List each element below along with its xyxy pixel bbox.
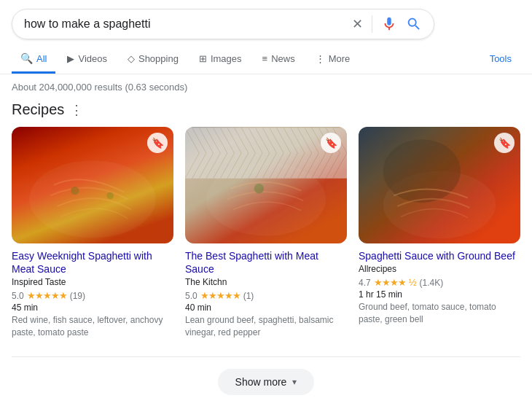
rating-score-1: 5.0: [12, 291, 24, 301]
bookmark-2[interactable]: 🔖: [321, 133, 341, 153]
rating-score-2: 5.0: [185, 291, 197, 301]
svg-point-2: [106, 192, 114, 200]
tab-videos-label: Videos: [78, 53, 107, 64]
search-submit-icon[interactable]: [406, 16, 422, 32]
nav-tabs: 🔍 All ▶ Videos ◇ Shopping ⊞ Images ≡ New…: [0, 39, 532, 74]
tab-all[interactable]: 🔍 All: [12, 45, 55, 74]
recipe-card-2: 🔖 The Best Spaghetti with Meat Sauce The…: [185, 127, 347, 339]
tab-news[interactable]: ≡ News: [254, 46, 304, 74]
recipe-source-2: The Kitchn: [185, 277, 347, 287]
bookmark-1[interactable]: 🔖: [147, 133, 168, 153]
rating-count-1: (19): [70, 291, 85, 301]
images-icon: ⊞: [199, 53, 207, 64]
recipes-header: Recipes ⋮: [12, 101, 520, 118]
shopping-icon: ◇: [128, 53, 135, 64]
show-more-label: Show more: [235, 376, 287, 388]
tab-more-label: More: [329, 53, 351, 64]
tab-shopping-label: Shopping: [138, 53, 179, 64]
recipe-title-3[interactable]: Spaghetti Sauce with Ground Beef: [359, 249, 520, 262]
recipes-section: Recipes ⋮ 🔖: [0, 98, 532, 351]
recipes-menu-icon[interactable]: ⋮: [70, 102, 83, 118]
recipe-image-2: 🔖: [185, 127, 347, 243]
tab-news-label: News: [271, 53, 295, 64]
recipe-title-2[interactable]: The Best Spaghetti with Meat Sauce: [185, 249, 347, 276]
clear-icon[interactable]: ✕: [352, 16, 363, 32]
stars-2: ★★★★★: [200, 290, 240, 301]
tab-images-label: Images: [211, 53, 242, 64]
tab-all-label: All: [36, 53, 47, 64]
rating-count-2: (1): [243, 291, 254, 301]
recipe-rating-1: 5.0 ★★★★★ (19): [12, 290, 173, 301]
rating-score-3: 4.7: [359, 278, 371, 288]
svg-point-7: [383, 139, 461, 203]
recipe-time-3: 1 hr 15 min: [359, 289, 520, 300]
recipes-title: Recipes: [12, 101, 64, 118]
recipe-image-1: 🔖: [12, 127, 173, 243]
stars-1: ★★★★★: [27, 290, 67, 301]
half-star-3: ½: [409, 277, 417, 288]
recipe-ingredients-3: Ground beef, tomato sauce, tomato paste,…: [359, 301, 520, 326]
recipe-card-3: 🔖 Spaghetti Sauce with Ground Beef Allre…: [359, 127, 520, 339]
recipe-time-2: 40 min: [185, 302, 347, 313]
tab-more[interactable]: ⋮ More: [307, 46, 359, 74]
tab-videos[interactable]: ▶ Videos: [58, 46, 116, 74]
recipe-cards: 🔖 Easy Weeknight Spaghetti with Meat Sau…: [12, 127, 520, 339]
svg-point-4: [254, 184, 265, 194]
svg-point-1: [71, 187, 79, 195]
search-input[interactable]: [24, 17, 346, 31]
show-more-container: Show more ▾: [12, 356, 520, 406]
news-icon: ≡: [262, 53, 268, 64]
chevron-down-icon: ▾: [292, 377, 297, 387]
pattern-overlay: [185, 127, 347, 179]
tab-images[interactable]: ⊞ Images: [190, 46, 251, 74]
recipe-ingredients-2: Lean ground beef, spaghetti, balsamic vi…: [185, 314, 347, 339]
all-icon: 🔍: [20, 52, 33, 64]
more-icon: ⋮: [316, 53, 325, 64]
search-bar: ✕: [12, 9, 434, 39]
rating-count-3: (1.4K): [420, 278, 444, 288]
recipe-card-1: 🔖 Easy Weeknight Spaghetti with Meat Sau…: [12, 127, 173, 339]
svg-point-0: [29, 160, 156, 238]
tab-shopping[interactable]: ◇ Shopping: [119, 46, 187, 74]
recipe-source-1: Inspired Taste: [12, 277, 173, 287]
show-more-button[interactable]: Show more ▾: [218, 369, 315, 395]
recipe-rating-2: 5.0 ★★★★★ (1): [185, 290, 347, 301]
videos-icon: ▶: [67, 53, 74, 64]
search-icons: ✕: [352, 15, 422, 33]
microphone-icon[interactable]: [381, 16, 397, 32]
results-info: About 204,000,000 results (0.63 seconds): [0, 74, 532, 98]
recipe-title-1[interactable]: Easy Weeknight Spaghetti with Meat Sauce: [12, 249, 173, 276]
recipe-ingredients-1: Red wine, fish sauce, leftover, anchovy …: [12, 314, 173, 339]
recipe-time-1: 45 min: [12, 302, 173, 313]
stars-3: ★★★★: [374, 277, 406, 288]
recipe-image-3: 🔖: [359, 127, 520, 243]
recipe-source-3: Allrecipes: [359, 264, 520, 274]
tools-button[interactable]: Tools: [481, 46, 520, 74]
header: ✕: [0, 0, 532, 39]
recipe-rating-3: 4.7 ★★★★½ (1.4K): [359, 277, 520, 288]
divider: [372, 15, 372, 33]
bookmark-3[interactable]: 🔖: [494, 133, 515, 153]
